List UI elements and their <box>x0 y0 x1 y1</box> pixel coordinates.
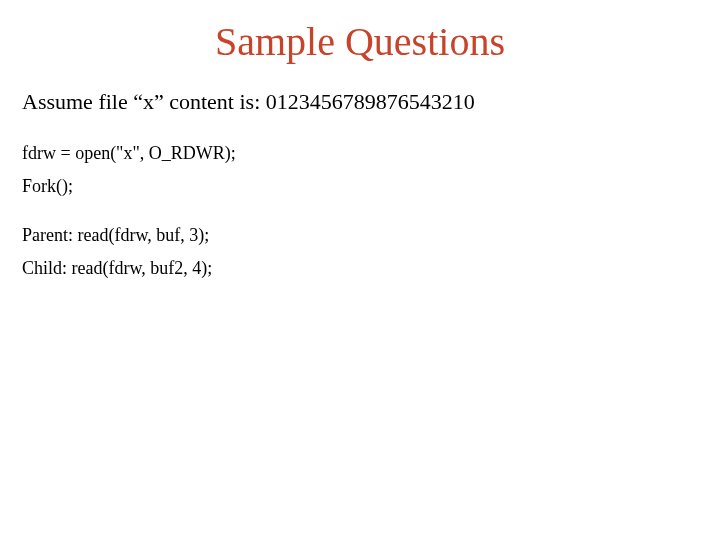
code-parent-read: Parent: read(fdrw, buf, 3); <box>22 225 698 246</box>
code-child-read: Child: read(fdrw, buf2, 4); <box>22 258 698 279</box>
code-fork: Fork(); <box>22 176 698 197</box>
slide-title: Sample Questions <box>0 0 720 89</box>
code-open: fdrw = open("x", O_RDWR); <box>22 143 698 164</box>
assume-text: Assume file “x” content is: 012345678987… <box>22 89 698 115</box>
slide-content: Assume file “x” content is: 012345678987… <box>0 89 720 279</box>
